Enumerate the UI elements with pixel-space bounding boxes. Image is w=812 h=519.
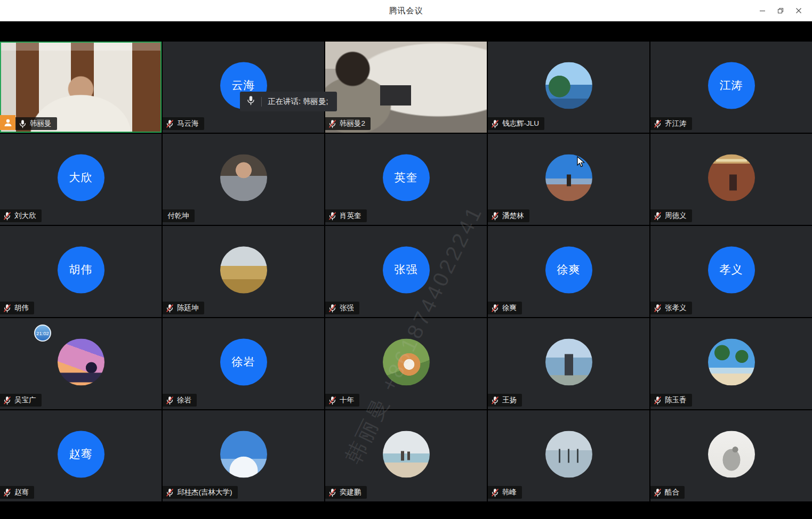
participant-tile[interactable]: 钱志辉-JLU xyxy=(488,42,649,133)
participant-name: 徐岩 xyxy=(177,395,191,405)
participant-name: 周德义 xyxy=(665,211,687,221)
participant-tile[interactable]: 陈玉香 xyxy=(650,318,812,409)
mic-muted-icon xyxy=(491,396,499,405)
avatar-initials: 赵骞 xyxy=(69,447,93,461)
avatar-initials: 徐爽 xyxy=(557,262,581,277)
participant-name-label: 胡伟 xyxy=(0,302,34,314)
participant-tile[interactable]: 奕建鹏 xyxy=(325,410,487,501)
mic-muted-icon xyxy=(654,119,662,128)
avatar-circle: 赵骞 xyxy=(58,431,104,477)
participant-name-label: 肖英奎 xyxy=(325,209,367,222)
participant-tile[interactable]: 陈廷坤 xyxy=(163,226,324,317)
participant-name: 刘大欣 xyxy=(14,211,36,221)
participant-tile[interactable]: 邱桂杰(吉林大学) xyxy=(163,410,324,501)
participant-tile[interactable]: 张强张强 xyxy=(325,226,487,317)
toast-divider xyxy=(261,97,262,107)
participant-name: 马云海 xyxy=(177,119,199,128)
participant-tile[interactable]: 赵骞赵骞 xyxy=(0,410,162,501)
avatar-circle: 大欣 xyxy=(58,154,104,201)
participant-tile[interactable]: 徐爽徐爽 xyxy=(488,226,649,317)
participant-name-label: 赵骞 xyxy=(0,486,34,499)
participant-tile[interactable]: 付乾坤 xyxy=(163,134,324,225)
meeting-window: 腾讯会议 韩丽曼云海马云海韩丽曼2钱志辉-JLU江涛齐江涛大欣刘大欣付乾坤英奎肖… xyxy=(0,0,812,519)
participant-tile[interactable]: 周德义 xyxy=(650,134,812,225)
avatar-photo xyxy=(58,338,104,385)
mic-muted-icon xyxy=(3,396,11,405)
mic-muted-icon xyxy=(328,119,336,128)
participant-grid: 韩丽曼云海马云海韩丽曼2钱志辉-JLU江涛齐江涛大欣刘大欣付乾坤英奎肖英奎潘楚林… xyxy=(0,42,812,501)
window-controls xyxy=(753,0,808,21)
audio-member-badge xyxy=(0,115,15,130)
participant-tile[interactable]: 韩丽曼 xyxy=(0,42,162,133)
close-button[interactable] xyxy=(790,0,808,21)
mic-muted-icon xyxy=(3,488,11,497)
participant-name-label: 吴宝广 xyxy=(0,394,42,407)
participant-tile[interactable]: 孝义张孝义 xyxy=(650,226,812,317)
clock-badge: 21:02 xyxy=(34,325,51,342)
mic-muted-icon xyxy=(328,488,336,497)
participant-tile[interactable]: 潘楚林 xyxy=(488,134,649,225)
participant-tile[interactable]: 江涛齐江涛 xyxy=(650,42,812,133)
participant-name: 韩丽曼2 xyxy=(340,119,365,128)
bottom-strip xyxy=(0,501,812,519)
participant-name: 酷合 xyxy=(665,488,679,497)
participant-name-label: 韩丽曼 xyxy=(15,117,57,130)
participant-name-label: 付乾坤 xyxy=(163,209,195,222)
participant-name: 潘楚林 xyxy=(502,211,524,221)
avatar-circle: 胡伟 xyxy=(58,246,104,293)
participant-name-label: 奕建鹏 xyxy=(325,486,367,499)
mic-muted-icon xyxy=(491,488,499,497)
avatar-photo xyxy=(220,154,267,201)
avatar-circle: 张强 xyxy=(383,246,430,293)
participant-name: 邱桂杰(吉林大学) xyxy=(177,488,232,497)
participant-name: 徐爽 xyxy=(502,303,517,313)
participant-name: 韩丽曼 xyxy=(30,119,52,128)
participant-tile[interactable]: 十年 xyxy=(325,318,487,409)
title-bar: 腾讯会议 xyxy=(0,0,812,21)
avatar-circle: 英奎 xyxy=(383,154,430,201)
participant-tile[interactable]: 徐岩徐岩 xyxy=(163,318,324,409)
minimize-button[interactable] xyxy=(753,0,771,21)
participant-name-label: 齐江涛 xyxy=(650,117,692,130)
participant-tile[interactable]: 大欣刘大欣 xyxy=(0,134,162,225)
participant-name-label: 周德义 xyxy=(650,209,692,222)
participant-tile[interactable]: 胡伟胡伟 xyxy=(0,226,162,317)
mic-muted-icon xyxy=(3,304,11,313)
avatar-initials: 江涛 xyxy=(720,78,743,93)
mic-muted-icon xyxy=(491,304,499,313)
maximize-button[interactable] xyxy=(771,0,790,21)
participant-name: 付乾坤 xyxy=(167,211,189,221)
mic-muted-icon xyxy=(328,396,336,405)
participant-name: 陈廷坤 xyxy=(177,303,199,313)
participant-tile[interactable]: 英奎肖英奎 xyxy=(325,134,487,225)
participant-name: 钱志辉-JLU xyxy=(502,119,539,128)
participant-name-label: 酷合 xyxy=(650,486,685,499)
mic-muted-icon xyxy=(491,119,499,128)
participant-tile[interactable]: 韩峰 xyxy=(488,410,649,501)
participant-name: 张强 xyxy=(340,303,354,313)
participant-name-label: 钱志辉-JLU xyxy=(488,117,544,130)
mic-on-icon xyxy=(19,119,27,128)
toast-mic-icon xyxy=(246,95,255,108)
participant-tile[interactable]: 韩丽曼2 xyxy=(325,42,487,133)
top-strip xyxy=(0,21,812,42)
avatar-photo xyxy=(220,246,267,293)
participant-tile[interactable]: 云海马云海 xyxy=(163,42,324,133)
participant-name-label: 张强 xyxy=(325,302,359,314)
avatar-initials: 英奎 xyxy=(395,170,418,185)
avatar-photo xyxy=(545,62,592,109)
avatar-initials: 胡伟 xyxy=(69,262,93,277)
participant-tile[interactable]: 酷合 xyxy=(650,410,812,501)
participant-name: 齐江涛 xyxy=(665,119,687,128)
participant-name-label: 刘大欣 xyxy=(0,209,42,222)
avatar-photo xyxy=(545,154,592,201)
avatar-circle: 徐爽 xyxy=(545,246,592,293)
participant-tile[interactable]: 王扬 xyxy=(488,318,649,409)
avatar-photo xyxy=(383,431,430,477)
participant-name: 张孝义 xyxy=(665,303,687,313)
window-title: 腾讯会议 xyxy=(0,0,812,21)
participant-tile[interactable]: 21:02吴宝广 xyxy=(0,318,162,409)
avatar-photo xyxy=(545,338,592,385)
avatar-initials: 徐岩 xyxy=(232,354,255,369)
participant-name-label: 陈玉香 xyxy=(650,394,692,407)
